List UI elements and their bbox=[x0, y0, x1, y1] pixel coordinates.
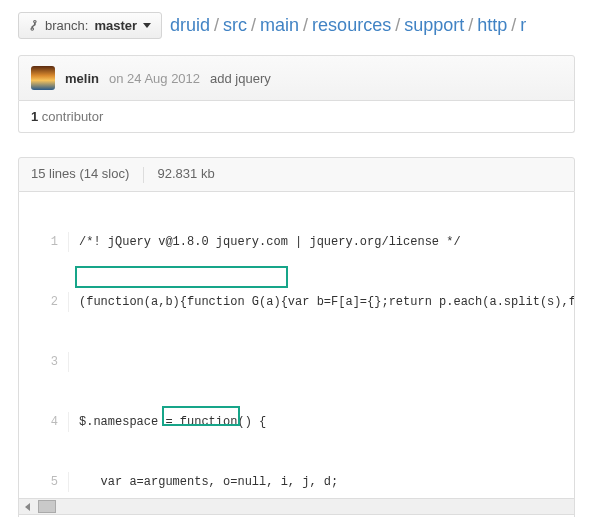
horizontal-scrollbar[interactable] bbox=[18, 498, 575, 515]
breadcrumb-link[interactable]: main bbox=[260, 15, 299, 35]
line-number: 3 bbox=[19, 352, 69, 372]
line-number: 1 bbox=[19, 232, 69, 252]
contributors-box: 1 contributor bbox=[18, 101, 575, 133]
code-line: (function(a,b){function G(a){var b=F[a]=… bbox=[69, 292, 575, 312]
breadcrumb-link[interactable]: r bbox=[520, 15, 526, 35]
branch-prefix: branch: bbox=[45, 18, 88, 33]
code-line bbox=[69, 352, 574, 372]
scroll-left-arrow-icon[interactable] bbox=[19, 499, 36, 514]
file-lines: 15 lines (14 sloc) bbox=[31, 166, 129, 181]
contributors-count: 1 bbox=[31, 109, 38, 124]
branch-selector-button[interactable]: branch: master bbox=[18, 12, 162, 39]
breadcrumb-link[interactable]: src bbox=[223, 15, 247, 35]
line-number: 5 bbox=[19, 472, 69, 492]
file-size: 92.831 kb bbox=[158, 166, 215, 181]
commit-author[interactable]: melin bbox=[65, 71, 99, 86]
line-number: 4 bbox=[19, 412, 69, 432]
breadcrumb-link[interactable]: support bbox=[404, 15, 464, 35]
branch-name: master bbox=[94, 18, 137, 33]
code-viewer: 1/*! jQuery v@1.8.0 jquery.com | jquery.… bbox=[18, 192, 575, 517]
git-branch-icon bbox=[29, 19, 39, 33]
contributors-label: contributor bbox=[42, 109, 103, 124]
breadcrumb-link[interactable]: http bbox=[477, 15, 507, 35]
avatar bbox=[31, 66, 55, 90]
commit-message: add jquery bbox=[210, 71, 271, 86]
breadcrumb: druid/src/main/resources/support/http/r bbox=[170, 15, 526, 36]
commit-header: melin on 24 Aug 2012 add jquery bbox=[18, 55, 575, 101]
breadcrumb-link[interactable]: resources bbox=[312, 15, 391, 35]
commit-timestamp: on 24 Aug 2012 bbox=[109, 71, 200, 86]
file-info-bar: 15 lines (14 sloc) 92.831 kb bbox=[18, 157, 575, 192]
chevron-down-icon bbox=[143, 23, 151, 28]
scrollbar-thumb[interactable] bbox=[38, 500, 56, 513]
divider bbox=[143, 167, 144, 183]
breadcrumb-link[interactable]: druid bbox=[170, 15, 210, 35]
line-number: 2 bbox=[19, 292, 69, 312]
code-line: var a=arguments, o=null, i, j, d; bbox=[69, 472, 574, 492]
code-line: /*! jQuery v@1.8.0 jquery.com | jquery.o… bbox=[69, 232, 574, 252]
code-line: $.namespace = function() { bbox=[69, 412, 574, 432]
